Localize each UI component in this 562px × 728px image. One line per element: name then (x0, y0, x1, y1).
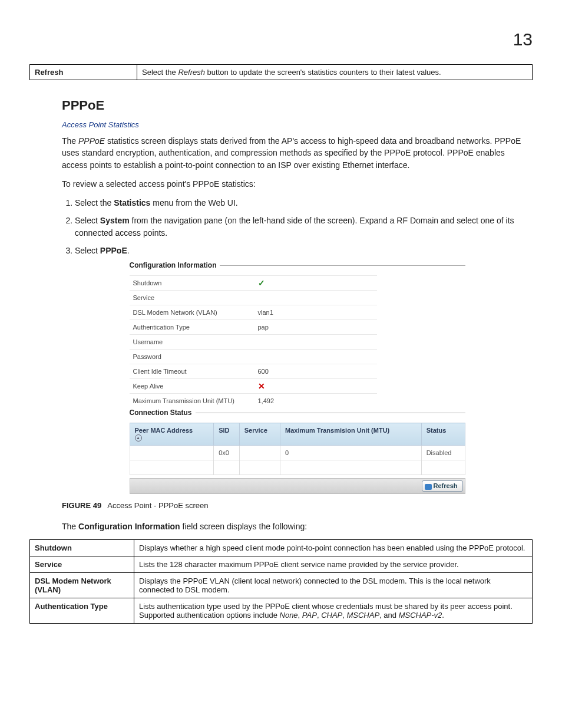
connection-status-table: Peer MAC Address▲ SID Service Maximum Tr… (130, 423, 465, 475)
button-bar: Refresh (130, 478, 465, 493)
check-icon: ✓ (258, 278, 265, 288)
row-shutdown-label: Shutdown (30, 539, 134, 556)
step-2: Select System from the navigation pane (… (75, 215, 533, 239)
col-peer-mac[interactable]: Peer MAC Address▲ (130, 423, 214, 446)
step-1: Select the Statistics menu from the Web … (75, 197, 533, 209)
row-service-label: Service (30, 556, 134, 572)
figure-pppoe-screen: Configuration Information Shutdown✓ Serv… (130, 265, 465, 493)
table-row: 0x0 0 Disabled (130, 446, 465, 460)
sort-icon[interactable]: ▲ (135, 434, 142, 442)
intro-paragraph-1: The PPPoE statistics screen displays sta… (62, 135, 533, 171)
row-service-text: Lists the 128 character maximum PPPoE cl… (134, 556, 533, 572)
chapter-number: 13 (29, 29, 533, 50)
row-shutdown-text: Displays whether a high speed client mod… (134, 539, 533, 556)
connection-status-legend: Connection Status (130, 409, 196, 417)
refresh-description-table: Refresh Select the Refresh button to upd… (29, 64, 533, 80)
breadcrumb: Access Point Statistics (62, 120, 533, 129)
step-3: Select PPPoE. (75, 245, 533, 256)
row-dsl-label: DSL Modem Network (VLAN) (30, 572, 134, 598)
refresh-button[interactable]: Refresh (422, 480, 463, 491)
refresh-label: Refresh (30, 65, 137, 80)
row-auth-text: Lists authentication type used by the PP… (134, 598, 533, 623)
section-title: PPPoE (62, 98, 533, 113)
row-auth-label: Authentication Type (30, 598, 134, 623)
refresh-description: Select the Refresh button to update the … (137, 65, 533, 80)
col-sid[interactable]: SID (214, 423, 240, 446)
col-service[interactable]: Service (239, 423, 280, 446)
steps-list: Select the Statistics menu from the Web … (62, 197, 533, 256)
row-dsl-text: Displays the PPPoE VLAN (client local ne… (134, 572, 533, 598)
post-figure-text: The Configuration Information field scre… (62, 521, 533, 532)
intro-paragraph-2: To review a selected access point's PPPo… (62, 178, 533, 190)
config-fields-description-table: Shutdown Displays whether a high speed c… (29, 539, 533, 624)
config-info-legend: Configuration Information (130, 261, 220, 269)
refresh-icon (425, 484, 432, 490)
config-info-table: Shutdown✓ Service DSL Modem Network (VLA… (130, 275, 377, 408)
table-row (130, 460, 465, 475)
col-status[interactable]: Status (421, 423, 465, 446)
col-mtu[interactable]: Maximum Transmision Unit (MTU) (280, 423, 422, 446)
cross-icon: ✕ (258, 381, 265, 391)
figure-caption: FIGURE 49 Access Point - PPPoE screen (62, 501, 533, 510)
